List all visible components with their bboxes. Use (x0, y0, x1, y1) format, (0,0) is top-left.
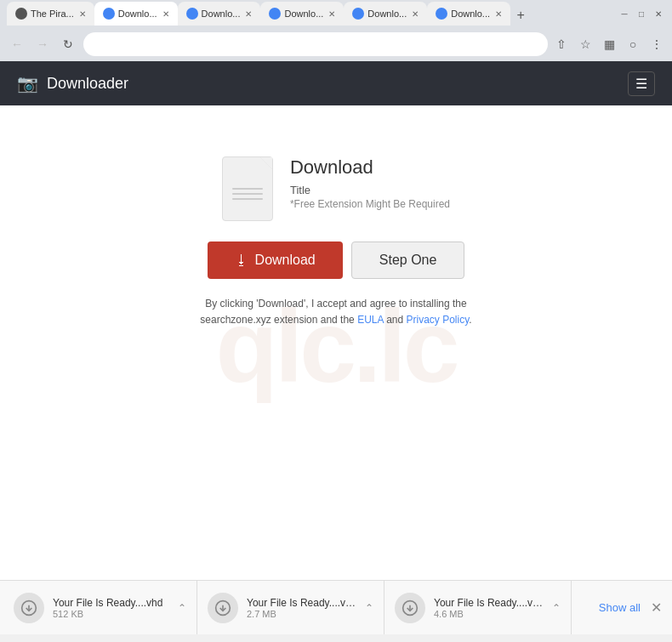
app-brand: 📷 Downloader (17, 73, 128, 94)
page-content: 📷 Downloader ☰ qlc.lc Download Title (0, 61, 672, 580)
file-icon-lines (225, 171, 270, 207)
tab-download5[interactable]: Downlo... ✕ (427, 2, 510, 26)
download-item-arrow-2[interactable]: ⌃ (365, 602, 373, 614)
tab-download2[interactable]: Downlo... ✕ (178, 2, 261, 26)
tab-close-download2[interactable]: ✕ (245, 9, 252, 19)
brand-name: Downloader (47, 75, 128, 93)
download-button[interactable]: ⭳ Download (208, 241, 343, 279)
extensions-icon[interactable]: ▦ (601, 36, 618, 53)
file-details: Download Title *Free Extension Might Be … (290, 156, 450, 210)
download-button-label: Download (255, 253, 316, 268)
download-item-name-3: Your File Is Ready....vhd (434, 597, 544, 609)
tab-title-download2: Downlo... (202, 9, 241, 19)
tab-icon-download3 (269, 8, 281, 20)
file-icon-fold (260, 157, 272, 169)
share-icon[interactable]: ⇧ (553, 36, 570, 53)
minimize-button[interactable]: ─ (618, 7, 631, 20)
profile-icon[interactable]: ○ (624, 36, 641, 53)
action-buttons: ⭳ Download Step One (208, 241, 465, 279)
forward-button[interactable]: → (32, 34, 53, 54)
tab-close-pirate[interactable]: ✕ (79, 9, 86, 19)
consent-and: and (384, 314, 407, 326)
download-item-size-2: 2.7 MB (247, 609, 356, 619)
tab-download1[interactable]: Downlo... ✕ (94, 2, 178, 26)
file-line-2 (232, 193, 263, 195)
download-item-info-3: Your File Is Ready....vhd 4.6 MB (434, 597, 544, 619)
download-item-arrow-3[interactable]: ⌃ (552, 602, 561, 614)
tab-pirate[interactable]: The Pira... ✕ (7, 2, 94, 26)
eula-link[interactable]: EULA (357, 314, 384, 326)
download-item-size-3: 4.6 MB (434, 609, 544, 619)
main-card: Download Title *Free Extension Might Be … (0, 105, 672, 362)
download-item-name-1: Your File Is Ready....vhd (53, 597, 163, 609)
consent-period: . (469, 314, 471, 326)
download-icon: ⭳ (235, 253, 248, 268)
app-navbar: 📷 Downloader ☰ (0, 61, 672, 105)
bookmark-icon[interactable]: ☆ (577, 36, 594, 53)
tab-close-download1[interactable]: ✕ (162, 9, 169, 19)
brand-icon: 📷 (17, 73, 38, 94)
maximize-button[interactable]: □ (635, 7, 648, 20)
address-bar-row: ← → ↻ ⇧ ☆ ▦ ○ ⋮ (0, 27, 672, 61)
tab-title-pirate: The Pira... (31, 9, 74, 19)
file-sublabel: *Free Extension Might Be Required (290, 198, 450, 210)
tab-icon-pirate (15, 8, 27, 20)
tab-icon-download1 (103, 8, 115, 20)
tab-icon-download4 (352, 8, 364, 20)
download-item-info-1: Your File Is Ready....vhd 512 KB (53, 597, 169, 619)
tab-title-download1: Downlo... (118, 9, 157, 19)
tab-close-download5[interactable]: ✕ (495, 9, 502, 19)
toolbar-icons: ⇧ ☆ ▦ ○ ⋮ (553, 36, 665, 53)
tab-icon-download2 (186, 8, 198, 20)
close-window-button[interactable]: ✕ (652, 7, 665, 20)
title-bar: The Pira... ✕ Downlo... ✕ Downlo... ✕ Do… (0, 0, 672, 27)
download-item-icon-2 (208, 593, 238, 623)
consent-text: By clicking 'Download', I accept and agr… (183, 296, 489, 328)
tab-icon-download5 (436, 8, 447, 20)
tab-download3[interactable]: Downlo... ✕ (260, 2, 344, 26)
file-heading: Download (290, 156, 450, 179)
window-controls: ─ □ ✕ (618, 7, 665, 20)
download-item-info-2: Your File Is Ready....vhd 2.7 MB (247, 597, 356, 619)
hamburger-button[interactable]: ☰ (628, 71, 655, 96)
tab-download4[interactable]: Downlo... ✕ (344, 2, 427, 26)
download-item-name-2: Your File Is Ready....vhd (247, 597, 356, 609)
tab-title-download3: Downlo... (284, 9, 323, 19)
new-tab-button[interactable]: + (510, 5, 531, 26)
tab-close-download3[interactable]: ✕ (328, 9, 335, 19)
download-item-3: Your File Is Ready....vhd 4.6 MB ⌃ (384, 581, 572, 634)
tab-close-download4[interactable]: ✕ (412, 9, 419, 19)
browser-chrome: The Pira... ✕ Downlo... ✕ Downlo... ✕ Do… (0, 0, 672, 61)
download-item-1: Your File Is Ready....vhd 512 KB ⌃ (10, 581, 197, 634)
close-download-bar-button[interactable]: ✕ (651, 599, 662, 616)
menu-icon[interactable]: ⋮ (648, 36, 665, 53)
file-line-1 (232, 188, 263, 190)
download-item-size-1: 512 KB (53, 609, 169, 619)
tab-strip: The Pira... ✕ Downlo... ✕ Downlo... ✕ Do… (7, 2, 618, 26)
file-icon-box (222, 156, 273, 221)
download-item-arrow-1[interactable]: ⌃ (178, 602, 186, 614)
download-item-icon-1 (14, 593, 44, 623)
download-item-icon-3 (395, 593, 425, 623)
file-line-3 (232, 198, 263, 200)
download-bar: Your File Is Ready....vhd 512 KB ⌃ Your … (0, 580, 672, 634)
privacy-link[interactable]: Privacy Policy (407, 314, 470, 326)
download-bar-right: Show all ✕ (585, 599, 662, 616)
tab-title-download5: Downlo... (451, 9, 490, 19)
reload-button[interactable]: ↻ (58, 34, 78, 54)
step-one-button[interactable]: Step One (351, 241, 465, 279)
download-item-2: Your File Is Ready....vhd 2.7 MB ⌃ (197, 581, 384, 634)
tab-title-download4: Downlo... (367, 9, 407, 19)
address-input[interactable] (83, 32, 548, 56)
file-info: Download Title *Free Extension Might Be … (222, 156, 450, 221)
file-label: Title (290, 184, 450, 196)
show-all-button[interactable]: Show all (599, 601, 641, 614)
back-button[interactable]: ← (7, 34, 27, 54)
